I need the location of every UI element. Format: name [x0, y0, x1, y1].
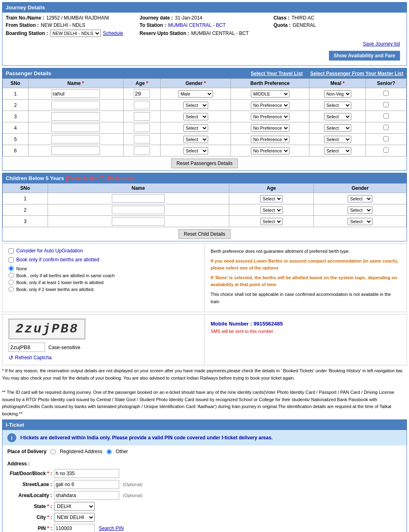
- journey-info-grid: Train No./Name : 12952 / MUMBAI RAJDHANI…: [2, 13, 407, 39]
- flat-input[interactable]: [54, 469, 119, 478]
- iticket-header: I-Ticket: [2, 420, 407, 430]
- p5-name-input[interactable]: [51, 135, 100, 143]
- search-pin-link[interactable]: Search PIN: [99, 525, 124, 531]
- p2-gender-select[interactable]: SelectMaleFemale: [183, 102, 208, 109]
- p4-sno: 4: [3, 122, 28, 134]
- p2-age-input[interactable]: [134, 101, 150, 109]
- radio-none[interactable]: [9, 266, 14, 271]
- p2-sno: 2: [3, 100, 28, 111]
- p1-gender-cell: MaleFemaleTransgender: [160, 88, 231, 100]
- p4-gender-cell: SelectMaleFemale: [160, 122, 231, 134]
- p4-berth-select[interactable]: No PreferenceLOWERMIDDLEUPPER: [251, 124, 289, 132]
- p5-gender-select[interactable]: SelectMaleFemale: [183, 136, 208, 143]
- c1-gender-select[interactable]: SelectMaleFemale: [348, 195, 372, 202]
- c3-gender-select[interactable]: SelectMaleFemale: [348, 218, 372, 225]
- c3-name-input[interactable]: [112, 217, 165, 226]
- p6-berth-select[interactable]: No PreferenceLOWERMIDDLEUPPER: [251, 147, 289, 154]
- p5-meal-select[interactable]: SelectNon-VegVeg: [324, 136, 351, 143]
- to-station-value: MUMBAI CENTRAL - BCT: [168, 22, 226, 28]
- schedule-link[interactable]: Schedule: [103, 30, 123, 36]
- captcha-input[interactable]: [9, 343, 45, 352]
- p2-berth-select[interactable]: No PreferenceLOWERMIDDLEUPPER: [251, 102, 289, 109]
- child-col-name: Name: [48, 184, 229, 193]
- select-master-list-link[interactable]: Select Passenger From Your Master List: [310, 71, 403, 76]
- p6-senior-checkbox[interactable]: [383, 148, 389, 153]
- p6-name-input[interactable]: [51, 146, 100, 155]
- p4-age-input[interactable]: [134, 124, 150, 132]
- p2-name-input[interactable]: [51, 101, 100, 109]
- p4-name-input[interactable]: [51, 124, 100, 132]
- p2-senior-checkbox[interactable]: [383, 102, 389, 107]
- p6-age-input[interactable]: [134, 146, 150, 155]
- p4-meal-select[interactable]: SelectNon-VegVeg: [324, 124, 351, 132]
- p1-senior-checkbox[interactable]: [383, 91, 389, 96]
- p6-meal-select[interactable]: SelectNon-VegVeg: [324, 147, 351, 154]
- boarding-station-select[interactable]: NEW DELHI - NDLS: [50, 30, 101, 37]
- p3-meal-select[interactable]: SelectNon-VegVeg: [324, 113, 351, 120]
- p3-name-input[interactable]: [51, 112, 100, 121]
- p4-senior-checkbox[interactable]: [383, 125, 389, 130]
- auto-upgrade-checkbox[interactable]: [9, 248, 14, 254]
- p1-age-cell: [123, 88, 160, 100]
- pin-input[interactable]: [54, 524, 95, 532]
- c1-name-input[interactable]: [112, 194, 165, 203]
- p1-berth-select[interactable]: No PreferenceMIDDLELOWERUPPERSIDE LOWERS…: [251, 90, 289, 98]
- p1-age-input[interactable]: [134, 89, 150, 98]
- p1-name-cell: [28, 88, 123, 100]
- p3-gender-select[interactable]: SelectMaleFemale: [183, 113, 208, 120]
- radio-1-lower[interactable]: [9, 280, 14, 285]
- mobile-label: Mobile Number :: [211, 321, 252, 327]
- city-select[interactable]: NEW DELHI: [54, 513, 95, 522]
- radio-same-coach[interactable]: [9, 273, 14, 278]
- c2-gender-select[interactable]: SelectMaleFemale: [348, 206, 372, 214]
- child-col-gender: Gender: [314, 184, 407, 193]
- city-row: City * : NEW DELHI: [7, 513, 402, 522]
- confirm-berths-checkbox[interactable]: [9, 257, 14, 263]
- c2-name-input[interactable]: [112, 206, 165, 214]
- c3-gender-cell: SelectMaleFemale: [314, 216, 407, 227]
- table-row: 1 MaleFemaleTransgender No PreferenceMID…: [3, 88, 407, 100]
- c1-age-select[interactable]: Select1234: [260, 195, 283, 202]
- refresh-captcha-button[interactable]: ↺ Refresh Captcha: [9, 354, 52, 361]
- quota-row: Quota : GENERAL: [274, 22, 403, 28]
- reset-child-button[interactable]: Reset Child Details: [178, 229, 231, 239]
- select-travel-list-link[interactable]: Select Your Travel List: [251, 71, 303, 76]
- p5-berth-select[interactable]: No PreferenceLOWERMIDDLEUPPER: [251, 136, 289, 143]
- c1-name-cell: [48, 193, 229, 204]
- p3-sno: 3: [3, 111, 28, 122]
- show-availability-button[interactable]: Show Availability and Fare: [329, 51, 400, 61]
- journey-date-value: 31-Jan-2014: [175, 15, 202, 21]
- registered-address-radio[interactable]: [50, 449, 56, 454]
- captcha-image: 2zujPB8: [9, 319, 85, 339]
- save-journey-link[interactable]: Save Journey list: [360, 40, 403, 48]
- p6-gender-select[interactable]: SelectMaleFemale: [183, 147, 208, 154]
- p5-age-input[interactable]: [134, 135, 150, 143]
- case-sensitive-label: Case-sensitive: [48, 345, 80, 350]
- c3-sno: 3: [3, 216, 48, 227]
- p3-meal-cell: SelectNon-VegVeg: [309, 111, 365, 122]
- p1-name-input[interactable]: [51, 89, 100, 98]
- c2-age-select[interactable]: Select1234: [260, 206, 283, 214]
- notice-1: * If for any reason, the reservation out…: [2, 367, 407, 382]
- other-address-radio[interactable]: [107, 449, 112, 454]
- p5-name-cell: [28, 134, 123, 145]
- p1-meal-select[interactable]: SelectNon-VegVeg: [324, 90, 351, 98]
- area-input[interactable]: [54, 491, 119, 500]
- p2-meal-select[interactable]: SelectNon-VegVeg: [324, 102, 351, 109]
- p5-senior-checkbox[interactable]: [383, 136, 389, 141]
- passenger-header: Passenger Details Select Your Travel Lis…: [2, 68, 407, 78]
- c3-age-select[interactable]: Select1234: [260, 218, 283, 225]
- p1-gender-select[interactable]: MaleFemaleTransgender: [178, 90, 213, 98]
- p5-gender-cell: SelectMaleFemale: [160, 134, 231, 145]
- train-value: 12952 / MUMBAI RAJDHANI: [46, 15, 109, 21]
- reset-passengers-button[interactable]: Reset Passengers Details: [171, 159, 238, 168]
- street-input[interactable]: [54, 480, 119, 489]
- p5-senior-cell: [366, 134, 407, 145]
- p4-gender-select[interactable]: SelectMaleFemale: [183, 124, 208, 132]
- p3-berth-select[interactable]: No PreferenceLOWERMIDDLEUPPER: [251, 113, 289, 120]
- state-select[interactable]: DELHI MAHARASHTRA: [54, 502, 95, 511]
- p3-senior-checkbox[interactable]: [383, 113, 389, 119]
- child-col-sno: SNo: [3, 184, 48, 193]
- p3-age-input[interactable]: [134, 112, 150, 121]
- radio-2-lower[interactable]: [9, 287, 14, 292]
